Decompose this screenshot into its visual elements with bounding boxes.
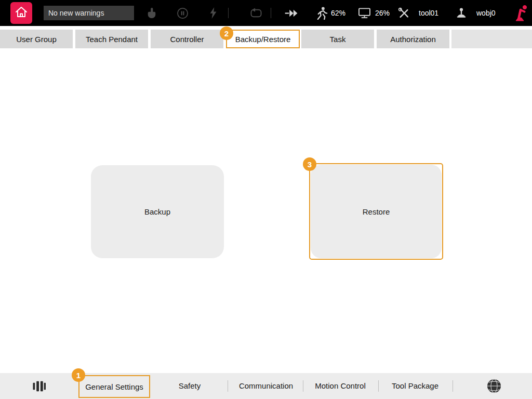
tab-label: Controller <box>170 35 204 44</box>
hand-guide-icon[interactable] <box>141 0 162 26</box>
pause-icon[interactable] <box>172 0 193 26</box>
restore-highlight-box: 3 Restore <box>309 163 443 260</box>
menu-columns-icon[interactable] <box>32 373 46 399</box>
warning-status-box[interactable]: No new warnings <box>44 6 134 20</box>
tab-bar-filler <box>451 30 532 48</box>
loop-run-icon[interactable] <box>246 0 267 26</box>
top-status-bar: No new warnings <box>0 0 532 26</box>
home-icon <box>15 5 28 21</box>
menu-item-safety[interactable]: Safety <box>179 373 201 399</box>
workobject-joystick-icon[interactable] <box>451 0 472 26</box>
robot-teach-pendant-screen: No new warnings <box>0 0 532 399</box>
warning-status-text: No new warnings <box>48 9 104 17</box>
annotation-badge-1: 1 <box>72 368 85 382</box>
menu-item-general-settings[interactable]: 1 General Settings <box>78 375 150 398</box>
active-workobject-name: wobj0 <box>476 0 496 26</box>
bottom-menu-bar: 1 General Settings Safety Communication … <box>0 373 532 399</box>
annotation-badge-2: 2 <box>220 26 233 40</box>
bottombar-separator <box>453 380 453 392</box>
tab-task[interactable]: Task <box>301 30 374 48</box>
menu-item-tool-package[interactable]: Tool Package <box>392 373 438 399</box>
topbar-separator <box>271 8 271 18</box>
menu-item-label: General Settings <box>85 382 143 391</box>
language-globe-icon[interactable] <box>486 373 502 399</box>
tab-label: User Group <box>16 35 57 44</box>
power-icon[interactable] <box>203 0 223 26</box>
robot-arm-icon[interactable] <box>510 0 531 26</box>
tab-label: Authorization <box>390 35 436 44</box>
menu-item-communication[interactable]: Communication <box>239 373 293 399</box>
tool-wrench-icon[interactable] <box>393 0 414 26</box>
tab-authorization[interactable]: Authorization <box>377 30 449 48</box>
bottombar-separator <box>228 380 228 392</box>
active-tool-name: tool01 <box>419 0 438 26</box>
monitor-icon[interactable] <box>354 0 375 26</box>
tab-controller[interactable]: Controller <box>151 30 223 48</box>
bottombar-separator <box>378 380 379 392</box>
tab-label: Task <box>330 35 346 44</box>
menu-item-motion-control[interactable]: Motion Control <box>315 373 366 399</box>
tab-user-group[interactable]: User Group <box>0 30 73 48</box>
backup-button-label: Backup <box>144 207 170 216</box>
load-percent: 26% <box>375 0 390 26</box>
restore-button-label: Restore <box>363 207 390 216</box>
annotation-badge-3: 3 <box>303 157 316 171</box>
step-forward-icon[interactable] <box>281 0 302 26</box>
bottombar-separator <box>303 380 303 392</box>
topbar-separator <box>228 8 229 18</box>
home-button[interactable] <box>10 2 32 24</box>
speed-runner-icon[interactable] <box>311 0 332 26</box>
restore-button[interactable]: Restore <box>311 165 442 258</box>
tab-label: Teach Pendant <box>86 35 138 44</box>
tab-backup-restore[interactable]: 2 Backup/Restore <box>226 30 300 48</box>
tab-teach-pendant[interactable]: Teach Pendant <box>75 30 148 48</box>
speed-percent: 62% <box>331 0 345 26</box>
tab-label: Backup/Restore <box>235 35 291 44</box>
backup-button[interactable]: Backup <box>91 165 224 258</box>
